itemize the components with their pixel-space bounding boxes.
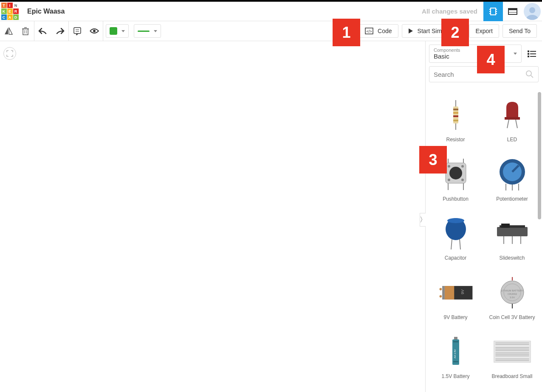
wire-color-picker[interactable] (134, 24, 161, 38)
svg-rect-88 (495, 347, 529, 348)
fill-color-picker[interactable] (106, 24, 129, 38)
svg-rect-90 (495, 350, 529, 351)
svg-rect-34 (453, 112, 458, 114)
list-icon (528, 50, 536, 57)
svg-point-48 (449, 167, 462, 179)
components-panel: 〉 Components Basic (425, 41, 542, 392)
canvas[interactable] (0, 41, 425, 392)
svg-text:9V: 9V (460, 289, 464, 294)
svg-rect-69 (442, 286, 445, 300)
svg-rect-87 (495, 344, 529, 345)
svg-rect-26 (530, 53, 536, 54)
svg-rect-83 (453, 361, 458, 362)
component-aa-battery[interactable]: AA 1.5V 1.5V Battery (427, 327, 484, 386)
component-coin-cell[interactable]: LITHIUM BATTERYCR20323.0V Coin Cell 3V B… (484, 268, 540, 327)
component-label: Resistor (446, 137, 465, 143)
redo-button[interactable] (51, 21, 68, 41)
components-view-button[interactable] (483, 2, 503, 21)
svg-point-58 (447, 218, 464, 223)
svg-rect-91 (495, 353, 529, 353)
notes-button[interactable] (69, 21, 86, 41)
export-button[interactable]: Export (469, 24, 499, 38)
svg-text:</>: </> (367, 29, 372, 34)
svg-rect-61 (497, 227, 528, 236)
svg-rect-82 (453, 341, 458, 342)
trash-icon (22, 27, 29, 35)
component-slideswitch[interactable]: Slideswitch (484, 208, 540, 268)
component-breadboard[interactable]: Breadboard Small (484, 327, 540, 386)
send-to-button[interactable]: Send To (502, 24, 537, 38)
component-resistor[interactable]: Resistor (427, 90, 484, 149)
play-icon (408, 28, 413, 34)
svg-point-74 (501, 281, 524, 304)
annotation-marker-2: 2 (441, 19, 469, 46)
scrollbar[interactable] (538, 92, 541, 219)
slideswitch-icon (495, 223, 529, 244)
svg-point-10 (529, 7, 535, 13)
svg-rect-0 (491, 8, 496, 15)
component-capacitor[interactable]: Capacitor (427, 208, 484, 268)
search-icon (525, 70, 534, 78)
component-label: 1.5V Battery (441, 373, 469, 380)
svg-line-30 (531, 76, 533, 78)
component-led[interactable]: LED (484, 90, 540, 149)
delete-button[interactable] (17, 21, 34, 41)
svg-rect-89 (495, 349, 529, 350)
battery-9v-icon: 9V (437, 282, 475, 303)
potentiometer-icon (497, 158, 527, 190)
user-avatar[interactable] (522, 2, 542, 21)
svg-rect-93 (495, 356, 529, 356)
svg-point-71 (439, 295, 442, 297)
components-dd-value: Basic (434, 53, 460, 60)
mirror-icon (4, 27, 13, 35)
svg-rect-68 (444, 286, 454, 300)
svg-point-20 (93, 30, 96, 32)
collapse-panel-button[interactable]: 〉 (420, 213, 426, 227)
components-dd-label: Components (434, 48, 460, 53)
project-name[interactable]: Epic Waasa (27, 8, 65, 15)
component-label: Pushbutton (443, 196, 469, 203)
undo-button[interactable] (34, 21, 51, 41)
user-icon (525, 5, 540, 20)
export-label: Export (475, 28, 492, 34)
expand-icon (6, 50, 13, 57)
svg-rect-95 (495, 360, 529, 361)
component-potentiometer[interactable]: Potentiometer (484, 149, 540, 209)
svg-point-44 (448, 165, 450, 168)
annotation-marker-1: 1 (333, 19, 360, 46)
component-9v-battery[interactable]: 9V 9V Battery (427, 268, 484, 327)
svg-point-70 (439, 288, 442, 291)
copy-button[interactable] (0, 21, 17, 41)
schematic-view-button[interactable] (503, 2, 522, 21)
svg-rect-38 (505, 117, 520, 120)
svg-rect-8 (508, 8, 517, 10)
component-label: Coin Cell 3V Battery (489, 314, 535, 321)
undo-icon (38, 28, 48, 34)
visibility-button[interactable] (86, 21, 103, 41)
battery-aa-icon: AA 1.5V (451, 337, 461, 367)
svg-line-39 (507, 120, 509, 128)
svg-rect-25 (528, 53, 529, 55)
svg-rect-35 (453, 115, 458, 117)
svg-rect-17 (74, 28, 81, 34)
components-category-dropdown[interactable]: Components Basic (429, 45, 522, 63)
svg-rect-27 (528, 56, 529, 57)
tinkercad-logo[interactable]: TIN KER CAD (0, 2, 20, 21)
svg-rect-81 (454, 337, 457, 339)
component-label: Breadboard Small (491, 373, 532, 380)
svg-line-59 (451, 239, 452, 249)
svg-rect-12 (23, 29, 28, 35)
svg-point-29 (526, 71, 531, 76)
chevron-down-icon (514, 53, 517, 55)
note-icon (73, 27, 82, 35)
eye-icon (89, 28, 99, 34)
component-label: LED (507, 137, 517, 143)
component-label: 9V Battery (443, 314, 467, 321)
svg-rect-94 (495, 359, 529, 360)
svg-text:3.0V: 3.0V (509, 296, 514, 299)
code-button[interactable]: </> Code (359, 24, 398, 38)
list-view-button[interactable] (525, 47, 539, 61)
component-label: Capacitor (445, 255, 466, 262)
chip-icon (488, 7, 498, 16)
fit-view-button[interactable] (3, 47, 16, 60)
